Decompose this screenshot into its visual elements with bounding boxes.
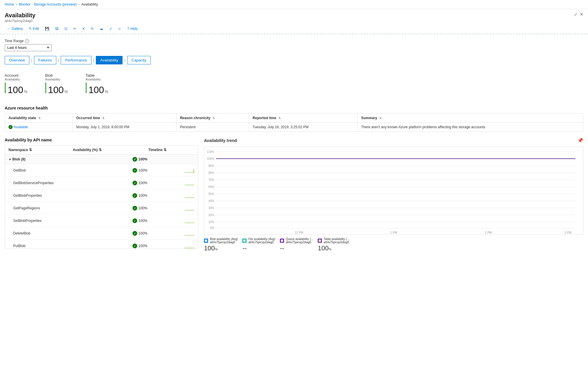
save-button[interactable]: 💾 [43, 25, 52, 32]
pencil-icon: ✏ [73, 27, 76, 31]
api-table-body: ▼ Blob (8) ✓100% GetBlob [5, 155, 198, 248]
check-icon: ✓ [132, 157, 137, 162]
api-item-getblobprops-avail: ✓100% [129, 189, 181, 202]
clone-icon: ⊡ [64, 27, 67, 31]
tab-performance[interactable]: Performance [61, 56, 91, 64]
list-item: DeleteBlob ✓100% [5, 227, 198, 240]
api-item-getblob: GetBlob [5, 164, 129, 177]
breadcrumb-sep-2: › [78, 2, 79, 6]
table-row: Available Monday, July 1, 2019, 8:00:00 … [5, 123, 583, 132]
edit-button[interactable]: ✎ Edit [26, 25, 41, 32]
svg-rect-1 [193, 169, 194, 172]
timeline-cell [185, 216, 194, 225]
upload-button[interactable]: ☁ [97, 25, 106, 32]
legend-file-name: File availability (Avg)a64s75picsp2diag0 [248, 237, 275, 244]
nav-tabs: Overview | Failures | Performance | Avai… [5, 56, 583, 64]
nav-sep-2: | [58, 58, 59, 62]
check-icon: ✓ [132, 168, 137, 173]
refresh-button[interactable]: ↻ [89, 25, 96, 32]
api-col-availability: Availability (%) ⇅ [69, 146, 145, 155]
clone-button[interactable]: ⊡ [62, 25, 70, 32]
api-group-blob-timeline [181, 155, 198, 164]
saveas-button[interactable]: 🖫 [53, 25, 61, 32]
metric-blob-bar [45, 83, 46, 93]
cell-occurred: Monday, July 1, 2019, 8:00:00 PM [72, 123, 176, 132]
help-button[interactable]: ? Help [125, 25, 140, 32]
api-item-getpageregions-timeline [181, 202, 198, 215]
pin-icon[interactable]: 📌 [577, 138, 583, 143]
breadcrumb-monitor[interactable]: Monitor - Storage Accounts (preview) [19, 2, 77, 6]
legend-blob: Blob availability (Avg)a64s75picsp2diag0… [204, 237, 238, 252]
legend-table-color [318, 239, 322, 243]
api-group-blob[interactable]: ▼ Blob (8) ✓100% [5, 155, 198, 164]
time-range-info-icon[interactable]: i [25, 39, 29, 43]
api-table-scroll[interactable]: ▼ Blob (8) ✓100% GetBlob [5, 155, 198, 248]
tab-overview[interactable]: Overview [5, 56, 29, 64]
svg-text:60%: 60% [208, 185, 214, 189]
legend-file: File availability (Avg)a64s75picsp2diag0… [242, 237, 275, 252]
time-range-section: Time Range i Last 4 hours [5, 39, 583, 51]
svg-text:110%: 110% [207, 150, 214, 153]
svg-text:0%: 0% [210, 226, 215, 230]
metric-table-label: Availability [86, 78, 108, 81]
trend-title: Availability trend 📌 [204, 138, 583, 143]
tab-failures[interactable]: Failures [34, 56, 56, 64]
page-title: Availability [5, 12, 35, 19]
api-item-setblobprops-timeline [181, 215, 198, 227]
api-group-blob-availability: ✓100% [129, 155, 181, 164]
delete-icon: ✕ [82, 27, 85, 31]
api-item-deleteblob-timeline [181, 227, 198, 240]
legend-table-name: Table availability (...a64s75picsp2diag0 [324, 237, 349, 244]
svg-text:12 PM: 12 PM [295, 231, 303, 234]
legend-queue: Queue availability (...a64s75picsp2diag0… [280, 237, 313, 252]
svg-text:3 PM: 3 PM [565, 231, 571, 234]
api-panel: Availability by API name Namespace ⇅ Ava… [5, 138, 198, 252]
header-icons: ⤢ ✕ [574, 12, 583, 17]
gallery-icon: ← [7, 27, 11, 31]
cell-reason: Persistent [176, 123, 249, 132]
api-item-setblobprops-avail: ✓100% [129, 215, 181, 227]
tab-capacity[interactable]: Capacity [127, 56, 151, 64]
legend-queue-number: -- [280, 244, 284, 252]
check-icon: ✓ [132, 206, 137, 210]
chevron-down-icon: ▼ [9, 158, 11, 161]
api-item-getblobservice: GetBlobServiceProperties [5, 177, 129, 189]
resource-table-header: Availability state ⇅ Occurred time ⇅ Rea… [5, 114, 583, 123]
check-icon: ✓ [132, 218, 137, 223]
emoji-icon: ☺ [118, 27, 121, 31]
svg-text:1 PM: 1 PM [390, 231, 397, 234]
legend-table: Table availability (...a64s75picsp2diag0… [318, 237, 349, 252]
save-icon: 💾 [45, 27, 49, 31]
available-link[interactable]: Available [14, 125, 28, 129]
breadcrumb-current: Availability [81, 2, 98, 6]
breadcrumb-home[interactable]: Home [5, 2, 14, 6]
svg-text:100%: 100% [207, 157, 214, 160]
gallery-button[interactable]: ← Gallery [5, 25, 25, 32]
legend-file-color [242, 239, 247, 243]
edit-icon: ✎ [29, 27, 32, 31]
svg-text:90%: 90% [208, 164, 214, 167]
share-button[interactable]: ⤤ [107, 25, 114, 32]
trend-title-text: Availability trend [204, 138, 237, 143]
bottom-section: Availability by API name Namespace ⇅ Ava… [5, 138, 583, 252]
metric-account-unit: % [24, 89, 27, 94]
api-group-blob-label: ▼ Blob (8) [5, 155, 129, 164]
trend-panel: Availability trend 📌 110% 100% 90% 80% 7… [204, 138, 583, 252]
pencil-button[interactable]: ✏ [71, 25, 79, 32]
api-item-deleteblob-avail: ✓100% [129, 227, 181, 240]
api-item-getblobprops-timeline [181, 189, 198, 202]
emoji-button[interactable]: ☺ [115, 25, 124, 32]
metric-blob-unit: % [64, 89, 68, 94]
tab-availability[interactable]: Availability [96, 56, 123, 64]
svg-text:40%: 40% [208, 199, 214, 203]
cell-state: Available [5, 123, 73, 132]
nav-sep-3: | [93, 58, 94, 62]
timeline-cell [185, 179, 194, 187]
api-item-getblobservice-avail: ✓100% [129, 177, 181, 189]
legend-table-value: 100 % [318, 244, 349, 252]
close-icon[interactable]: ✕ [580, 12, 583, 17]
svg-text:10%: 10% [208, 220, 214, 224]
maximize-icon[interactable]: ⤢ [574, 12, 577, 17]
delete-button[interactable]: ✕ [80, 25, 87, 32]
time-range-select[interactable]: Last 4 hours [5, 44, 52, 51]
